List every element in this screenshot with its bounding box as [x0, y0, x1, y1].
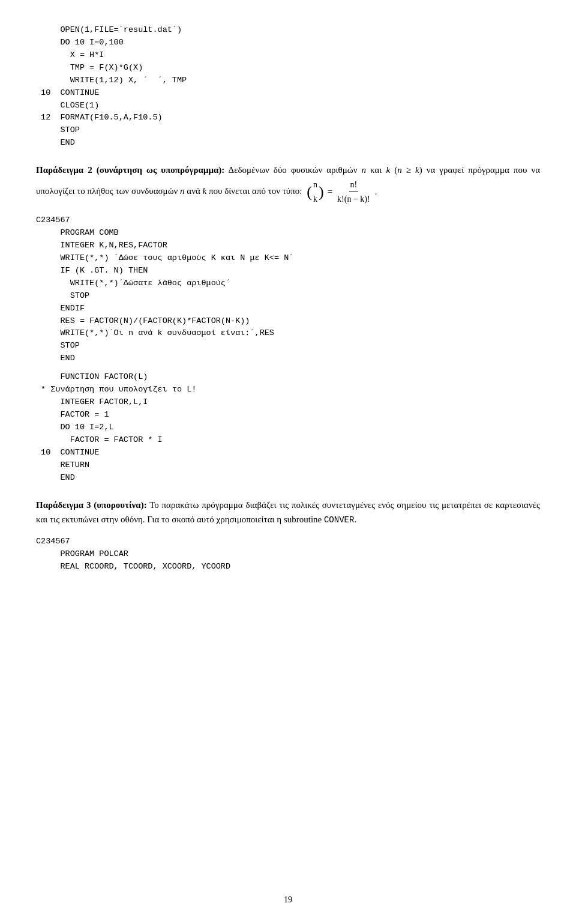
paragraph3-text: Παράδειγμα 3 (υπορουτίνα): Το παρακάτω π…	[36, 498, 540, 528]
formula-dot: .	[375, 184, 377, 199]
formula-equals: =	[328, 184, 332, 199]
paragraph2-block: Παράδειγμα 2 (συνάρτηση ως υποπρόγραμμα)…	[36, 163, 540, 206]
code-block-4-container: C234567 PROGRAM POLCAR REAL RCOORD, TCOO…	[36, 536, 540, 573]
code-line: 10 CONTINUE	[36, 88, 99, 97]
formula-fraction: n! k!(n − k)!	[336, 178, 371, 206]
paragraph2-heading: Παράδειγμα 2 (συνάρτηση ως υποπρόγραμμα)…	[36, 165, 224, 175]
binom-top: n	[313, 178, 317, 192]
code-line: 12 FORMAT(F10.5,A,F10.5)	[36, 113, 163, 122]
code-line: END	[36, 354, 75, 363]
formula-denominator: k!(n − k)!	[336, 192, 371, 206]
code-line: WRITE(*,*)´Οι n ανά k συνδυασμοί είναι:´…	[36, 328, 274, 337]
code-line: 10 CONTINUE	[36, 448, 99, 457]
binom-formula: ( n k )	[307, 178, 323, 205]
code-line: ENDIF	[36, 304, 85, 313]
code-line: FACTOR = FACTOR * I	[36, 435, 163, 444]
code-line: TMP = F(X)*G(X)	[36, 63, 143, 72]
code-line: CLOSE(1)	[36, 101, 99, 110]
code-line: END	[36, 138, 75, 147]
code-line: WRITE(*,*)´Δώσατε λάθος αριθμούς´	[36, 279, 230, 288]
page-number: 19	[284, 893, 292, 906]
paragraph2-text: Παράδειγμα 2 (συνάρτηση ως υποπρόγραμμα)…	[36, 163, 540, 206]
subroutine-name: CONVER	[324, 515, 354, 525]
code-label-2: C234567	[36, 216, 70, 225]
code-line: RETURN	[36, 460, 89, 470]
code-line: X = H*I	[36, 50, 104, 59]
paragraph3-block: Παράδειγμα 3 (υπορουτίνα): Το παρακάτω π…	[36, 498, 540, 528]
code-line: END	[36, 473, 75, 482]
code-line: DO 10 I=0,100	[36, 38, 124, 47]
code-line: DO 10 I=2,L	[36, 423, 114, 432]
code-label-4: C234567	[36, 537, 70, 546]
code-line: PROGRAM COMB	[36, 228, 119, 237]
code-line: INTEGER FACTOR,L,I	[36, 397, 148, 406]
code-line: WRITE(1,12) X, ´ ´, TMP	[36, 76, 187, 85]
code-line: REAL RCOORD, TCOORD, XCOORD, YCOORD	[36, 562, 230, 571]
code-block-1: OPEN(1,FILE=´result.dat´) DO 10 I=0,100 …	[36, 24, 540, 149]
paragraph3-heading: Παράδειγμα 3 (υπορουτίνα):	[36, 500, 147, 510]
code-line: PROGRAM POLCAR	[36, 549, 128, 558]
code-line: STOP	[36, 125, 80, 134]
code-line: OPEN(1,FILE=´result.dat´)	[36, 25, 182, 34]
code-line: FUNCTION FACTOR(L)	[36, 372, 148, 381]
code-line: STOP	[36, 291, 89, 300]
code-line: IF (K .GT. N) THEN	[36, 266, 148, 275]
code-line: INTEGER K,N,RES,FACTOR	[36, 241, 167, 250]
code-line: FACTOR = 1	[36, 410, 109, 419]
code-line: * Συνάρτηση που υπολογίζει το L!	[36, 385, 196, 394]
code-line: WRITE(*,*) ´Δώσε τους αριθμούς Κ και Ν μ…	[36, 253, 293, 262]
binom-bot: k	[313, 192, 317, 206]
code-line: STOP	[36, 341, 80, 350]
code-block-3-container: FUNCTION FACTOR(L) * Συνάρτηση που υπολο…	[36, 371, 540, 484]
code-block-2-container: C234567 PROGRAM COMB INTEGER K,N,RES,FAC…	[36, 214, 540, 365]
formula-numerator: n!	[349, 178, 359, 192]
code-line: RES = FACTOR(N)/(FACTOR(K)*FACTOR(N-K))	[36, 316, 250, 325]
